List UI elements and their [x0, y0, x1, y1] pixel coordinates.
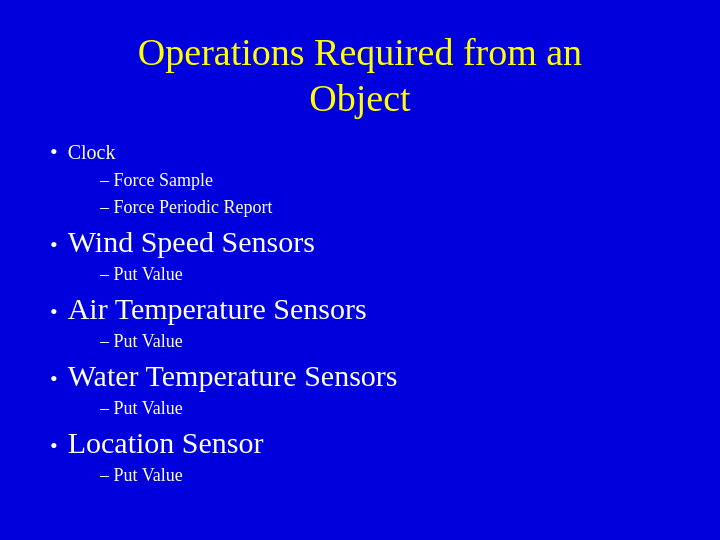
list-item: • Location Sensor Put Value: [50, 426, 670, 489]
list-item: • Water Temperature Sensors Put Value: [50, 359, 670, 422]
title-line2: Object: [309, 77, 410, 119]
list-item: • Clock Force Sample Force Periodic Repo…: [50, 139, 670, 221]
sub-item: Put Value: [100, 462, 670, 489]
title-line1: Operations Required from an: [138, 31, 582, 73]
bullet-main: • Wind Speed Sensors: [50, 225, 670, 259]
bullet-main: • Air Temperature Sensors: [50, 292, 670, 326]
bullet-dot: •: [50, 433, 58, 459]
bullet-dot: •: [50, 139, 58, 165]
bullet-main: • Water Temperature Sensors: [50, 359, 670, 393]
content-list: • Clock Force Sample Force Periodic Repo…: [50, 139, 670, 493]
sub-list: Force Sample Force Periodic Report: [50, 167, 670, 221]
bullet-dot: •: [50, 366, 58, 392]
list-item: • Wind Speed Sensors Put Value: [50, 225, 670, 288]
slide: Operations Required from an Object • Clo…: [0, 0, 720, 540]
bullet-dot: •: [50, 232, 58, 258]
bullet-label: Clock: [68, 141, 116, 164]
bullet-label: Location Sensor: [68, 426, 264, 460]
sub-item: Force Periodic Report: [100, 194, 670, 221]
bullet-main: • Location Sensor: [50, 426, 670, 460]
sub-item: Put Value: [100, 395, 670, 422]
bullet-main: • Clock: [50, 139, 670, 165]
sub-list: Put Value: [50, 395, 670, 422]
slide-title: Operations Required from an Object: [50, 30, 670, 121]
sub-list: Put Value: [50, 462, 670, 489]
list-item: • Air Temperature Sensors Put Value: [50, 292, 670, 355]
bullet-label: Wind Speed Sensors: [68, 225, 315, 259]
sub-list: Put Value: [50, 328, 670, 355]
sub-item: Put Value: [100, 328, 670, 355]
sub-item: Put Value: [100, 261, 670, 288]
bullet-label: Water Temperature Sensors: [68, 359, 398, 393]
bullet-dot: •: [50, 299, 58, 325]
sub-list: Put Value: [50, 261, 670, 288]
bullet-label: Air Temperature Sensors: [68, 292, 367, 326]
sub-item: Force Sample: [100, 167, 670, 194]
